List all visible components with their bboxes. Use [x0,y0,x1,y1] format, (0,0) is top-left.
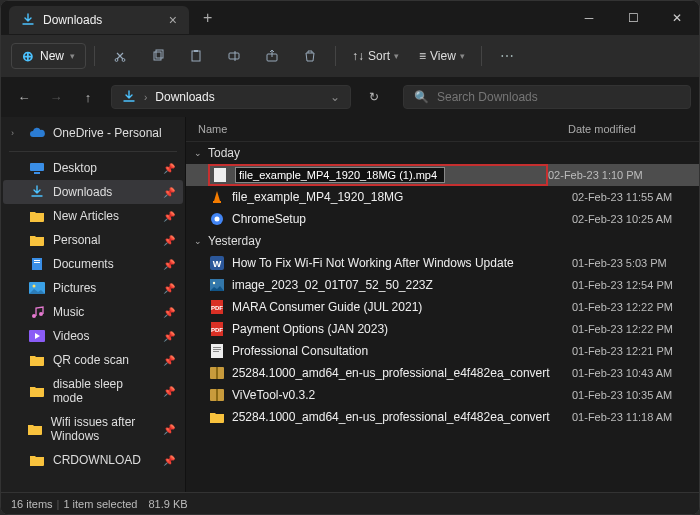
file-icon [208,189,226,205]
new-tab-button[interactable]: + [189,9,226,27]
svg-rect-12 [34,262,40,263]
file-name: file_example_MP4_1920_18MG [232,190,572,204]
svg-rect-9 [34,172,40,174]
view-icon: ≡ [419,49,426,63]
doc-icon [29,257,45,271]
new-label: New [40,49,64,63]
file-icon: PDF [208,321,226,337]
file-row[interactable]: 02-Feb-23 1:10 PM [186,164,699,186]
file-date: 01-Feb-23 12:21 PM [572,345,673,357]
pin-icon: 📌 [163,283,175,294]
sidebar-item-wifi-issues-after-windows[interactable]: Wifi issues after Windows📌 [3,410,183,448]
search-box[interactable]: 🔍 [403,85,691,109]
cut-button[interactable] [103,41,137,71]
file-row[interactable]: ViVeTool-v0.3.201-Feb-23 10:35 AM [186,384,699,406]
chevron-down-icon[interactable]: ⌄ [330,90,340,104]
share-button[interactable] [255,41,289,71]
view-button[interactable]: ≡ View ▾ [411,49,473,63]
search-input[interactable] [437,90,680,104]
group-header[interactable]: ⌄Today [186,142,699,164]
file-row[interactable]: image_2023_02_01T07_52_50_223Z01-Feb-23 … [186,274,699,296]
file-date: 02-Feb-23 1:10 PM [548,169,643,181]
chevron-down-icon: ⌄ [194,148,202,158]
pin-icon: 📌 [163,386,175,397]
file-name: 25284.1000_amd64_en-us_professional_e4f4… [232,366,572,380]
chevron-down-icon: ⌄ [194,236,202,246]
sidebar-onedrive[interactable]: › OneDrive - Personal [3,121,183,145]
folder-icon [29,384,45,398]
download-icon [21,13,35,27]
folder-icon [29,209,45,223]
sort-button[interactable]: ↑↓ Sort ▾ [344,49,407,63]
file-row[interactable]: PDFPayment Options (JAN 2023)01-Feb-23 1… [186,318,699,340]
folder-icon [29,453,45,467]
svg-rect-11 [34,260,40,261]
close-tab-icon[interactable]: × [169,12,177,28]
sidebar-item-qr-code-scan[interactable]: QR code scan📌 [3,348,183,372]
group-label: Today [208,146,240,160]
sidebar-item-pictures[interactable]: Pictures📌 [3,276,183,300]
sidebar-label: OneDrive - Personal [53,126,162,140]
col-name[interactable]: Name [198,123,568,135]
file-date: 01-Feb-23 10:35 AM [572,389,672,401]
col-date[interactable]: Date modified [568,123,699,135]
rename-input[interactable] [235,167,445,183]
file-row[interactable]: 25284.1000_amd64_en-us_professional_e4f4… [186,406,699,428]
refresh-button[interactable]: ↻ [357,90,391,104]
sidebar-item-new-articles[interactable]: New Articles📌 [3,204,183,228]
address-bar[interactable]: › Downloads ⌄ [111,85,351,109]
cloud-icon [29,126,45,140]
file-icon: PDF [208,299,226,315]
column-headers[interactable]: Name Date modified [186,117,699,142]
tab-downloads[interactable]: Downloads × [9,6,189,34]
navbar: ← → ↑ › Downloads ⌄ ↻ 🔍 [1,77,699,117]
svg-point-25 [213,282,215,284]
file-icon [211,167,229,183]
sidebar-item-music[interactable]: Music📌 [3,300,183,324]
more-button[interactable]: ⋯ [490,41,524,71]
maximize-button[interactable]: ☐ [611,1,655,35]
chevron-right-icon: › [11,128,21,138]
sidebar-item-desktop[interactable]: Desktop📌 [3,156,183,180]
svg-rect-3 [156,50,163,58]
file-row[interactable]: PDFMARA Consumer Guide (JUL 2021)01-Feb-… [186,296,699,318]
sort-icon: ↑↓ [352,49,364,63]
file-row[interactable]: 25284.1000_amd64_en-us_professional_e4f4… [186,362,699,384]
sidebar-item-videos[interactable]: Videos📌 [3,324,183,348]
file-row[interactable]: ChromeSetup02-Feb-23 10:25 AM [186,208,699,230]
up-button[interactable]: ↑ [73,82,103,112]
folder-icon [29,353,45,367]
sidebar-item-crdownload[interactable]: CRDOWNLOAD📌 [3,448,183,472]
pin-icon: 📌 [163,235,175,246]
sidebar-item-label: Wifi issues after Windows [51,415,155,443]
group-header[interactable]: ⌄Yesterday [186,230,699,252]
paste-button[interactable] [179,41,213,71]
titlebar: Downloads × + ─ ☐ ✕ [1,1,699,35]
back-button[interactable]: ← [9,82,39,112]
forward-button[interactable]: → [41,82,71,112]
copy-button[interactable] [141,41,175,71]
file-icon [208,343,226,359]
file-name: How To Fix Wi-Fi Not Working After Windo… [232,256,572,270]
minimize-button[interactable]: ─ [567,1,611,35]
file-row[interactable]: Professional Consultation01-Feb-23 12:21… [186,340,699,362]
delete-button[interactable] [293,41,327,71]
rename-button[interactable] [217,41,251,71]
sidebar-item-disable-sleep-mode[interactable]: disable sleep mode📌 [3,372,183,410]
file-row[interactable]: file_example_MP4_1920_18MG02-Feb-23 11:5… [186,186,699,208]
close-window-button[interactable]: ✕ [655,1,699,35]
svg-rect-10 [32,258,42,270]
sidebar-item-downloads[interactable]: Downloads📌 [3,180,183,204]
svg-text:PDF: PDF [211,305,223,311]
new-button[interactable]: ⊕ New ▾ [11,43,86,69]
desktop-icon [29,161,45,175]
file-name: 25284.1000_amd64_en-us_professional_e4f4… [232,410,572,424]
svg-rect-4 [192,51,200,61]
tab-title: Downloads [43,13,161,27]
svg-rect-32 [213,349,221,350]
sidebar-item-personal[interactable]: Personal📌 [3,228,183,252]
pin-icon: 📌 [163,187,175,198]
sidebar-item-documents[interactable]: Documents📌 [3,252,183,276]
file-row[interactable]: WHow To Fix Wi-Fi Not Working After Wind… [186,252,699,274]
file-name: ViVeTool-v0.3.2 [232,388,572,402]
